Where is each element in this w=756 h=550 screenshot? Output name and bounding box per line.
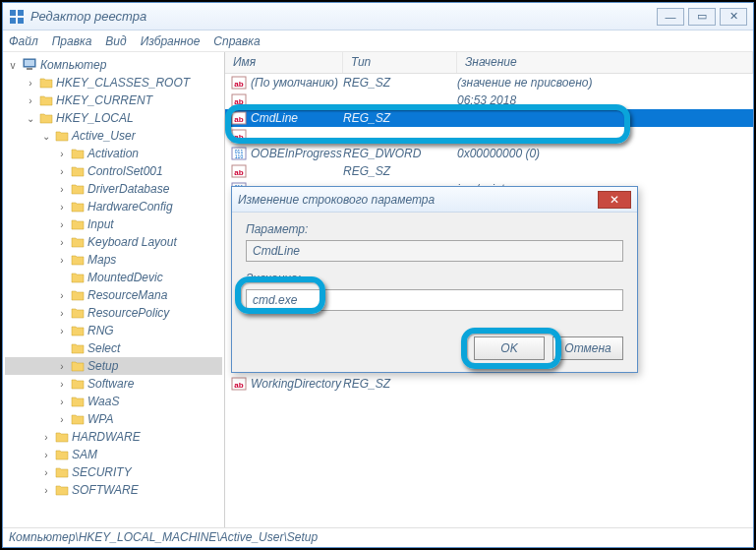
tree-item[interactable]: ›HARDWARE xyxy=(5,428,222,446)
tree-item[interactable]: ›Keyboard Layout xyxy=(5,233,222,251)
folder-icon xyxy=(71,165,85,177)
cancel-button[interactable]: Отмена xyxy=(552,336,623,360)
value-name: (По умолчанию) xyxy=(251,76,343,90)
value-row[interactable]: ab(По умолчанию)REG_SZ(значение не присв… xyxy=(225,74,753,92)
svg-text:ab: ab xyxy=(234,115,243,124)
computer-icon xyxy=(22,58,37,72)
menu-help[interactable]: Справка xyxy=(213,34,260,48)
svg-text:ab: ab xyxy=(234,168,243,177)
expand-icon[interactable]: › xyxy=(56,379,68,390)
dialog-close-button[interactable]: ✕ xyxy=(598,191,631,209)
minimize-button[interactable]: — xyxy=(657,8,684,26)
col-name[interactable]: Имя xyxy=(225,52,343,73)
tree-item[interactable]: ⌄Active_User xyxy=(5,127,222,145)
expand-icon[interactable]: › xyxy=(56,326,68,336)
expand-icon[interactable]: › xyxy=(56,184,68,195)
expand-icon[interactable]: › xyxy=(56,149,68,159)
close-button[interactable]: ✕ xyxy=(720,8,747,26)
tree-item[interactable]: ›Maps xyxy=(5,251,222,269)
tree-item[interactable]: ›HKEY_CLASSES_ROOT xyxy=(5,74,222,92)
folder-icon xyxy=(71,201,85,213)
expand-icon[interactable]: ⌄ xyxy=(40,131,52,142)
maximize-button[interactable]: ▭ xyxy=(688,8,716,26)
svg-rect-6 xyxy=(27,68,32,70)
expand-icon[interactable]: › xyxy=(56,290,68,301)
value-row[interactable]: abCmdLineREG_SZ xyxy=(225,109,753,127)
tree-item[interactable]: Select xyxy=(5,339,222,357)
tree-item[interactable]: ›SAM xyxy=(5,446,222,463)
tree-item[interactable]: ›Setup xyxy=(5,357,222,375)
expand-icon[interactable]: › xyxy=(56,361,68,372)
value-row[interactable]: abREG_SZ xyxy=(225,162,753,180)
menu-file[interactable]: Файл xyxy=(9,34,38,48)
folder-icon xyxy=(55,484,69,496)
folder-icon xyxy=(71,148,85,159)
expand-icon[interactable]: › xyxy=(40,467,52,478)
expand-icon[interactable]: › xyxy=(56,166,68,177)
tree-item[interactable]: ›WaaS xyxy=(5,393,222,410)
tree-item[interactable]: ›SOFTWARE xyxy=(5,481,222,499)
registry-tree[interactable]: vКомпьютер›HKEY_CLASSES_ROOT›HKEY_CURREN… xyxy=(3,52,225,527)
expand-icon[interactable]: ⌄ xyxy=(25,113,36,124)
menu-view[interactable]: Вид xyxy=(105,34,126,48)
string-value-icon: ab xyxy=(231,110,247,126)
value-row[interactable]: 011110OOBEInProgressREG_DWORD0x00000000 … xyxy=(225,145,753,162)
tree-item[interactable]: ›ResourceMana xyxy=(5,286,222,304)
tree-item[interactable]: MountedDevic xyxy=(5,269,222,286)
col-value[interactable]: Значение xyxy=(457,52,753,73)
tree-label: Active_User xyxy=(72,129,136,143)
expand-icon[interactable]: › xyxy=(56,414,68,425)
expand-icon[interactable]: › xyxy=(40,485,52,496)
tree-root[interactable]: vКомпьютер xyxy=(5,56,222,74)
tree-item[interactable]: ›ResourcePolicy xyxy=(5,304,222,322)
tree-label: HKEY_LOCAL xyxy=(56,111,134,125)
tree-item[interactable]: ›WPA xyxy=(5,410,222,428)
expand-icon[interactable]: › xyxy=(56,219,68,230)
tree-item[interactable]: ›HardwareConfig xyxy=(5,198,222,215)
tree-label: RNG xyxy=(87,324,114,337)
folder-icon xyxy=(71,378,85,390)
string-value-icon: ab xyxy=(231,128,247,144)
tree-item[interactable]: ›DriverDatabase xyxy=(5,180,222,198)
tree-item[interactable]: ›HKEY_CURRENT xyxy=(5,92,222,109)
value-row[interactable]: ab06:53 2018 xyxy=(225,92,753,109)
expand-icon[interactable]: › xyxy=(40,450,52,460)
folder-icon xyxy=(71,396,85,407)
menu-edit[interactable]: Правка xyxy=(52,34,92,48)
value-name: CmdLine xyxy=(251,111,343,125)
expand-icon[interactable]: › xyxy=(40,432,52,443)
folder-icon xyxy=(71,360,85,372)
expand-icon[interactable]: › xyxy=(25,78,36,89)
registry-editor-icon xyxy=(9,9,25,25)
expand-icon[interactable]: › xyxy=(56,397,68,407)
ok-button[interactable]: OK xyxy=(474,336,545,360)
main-window: Редактор реестра — ▭ ✕ Файл Правка Вид И… xyxy=(2,2,754,548)
tree-item[interactable]: ›RNG xyxy=(5,322,222,339)
tree-item[interactable]: ›Input xyxy=(5,215,222,233)
expand-icon[interactable]: › xyxy=(25,95,36,106)
expand-icon[interactable]: › xyxy=(56,308,68,319)
expand-icon[interactable]: › xyxy=(56,202,68,213)
tree-item[interactable]: ›SECURITY xyxy=(5,463,222,481)
tree-label: Maps xyxy=(87,253,116,267)
tree-item[interactable]: ⌄HKEY_LOCAL xyxy=(5,109,222,127)
expand-icon[interactable]: › xyxy=(56,237,68,248)
menu-favorites[interactable]: Избранное xyxy=(141,34,201,48)
value-field[interactable] xyxy=(246,289,623,311)
folder-icon xyxy=(71,342,85,354)
svg-rect-0 xyxy=(10,10,16,16)
tree-item[interactable]: ›Activation xyxy=(5,145,222,162)
expand-icon[interactable]: › xyxy=(56,255,68,266)
value-row[interactable]: abWorkingDirectoryREG_SZ xyxy=(225,375,753,393)
col-type[interactable]: Тип xyxy=(343,52,457,73)
folder-icon xyxy=(39,112,53,124)
tree-item[interactable]: ›ControlSet001 xyxy=(5,162,222,180)
value-row[interactable]: ab xyxy=(225,127,753,145)
expand-icon[interactable]: v xyxy=(7,60,19,71)
value-type: REG_SZ xyxy=(343,377,457,391)
folder-icon xyxy=(55,130,69,142)
tree-label: Software xyxy=(87,377,134,391)
folder-icon xyxy=(71,289,85,301)
svg-text:ab: ab xyxy=(234,97,243,106)
tree-item[interactable]: ›Software xyxy=(5,375,222,393)
